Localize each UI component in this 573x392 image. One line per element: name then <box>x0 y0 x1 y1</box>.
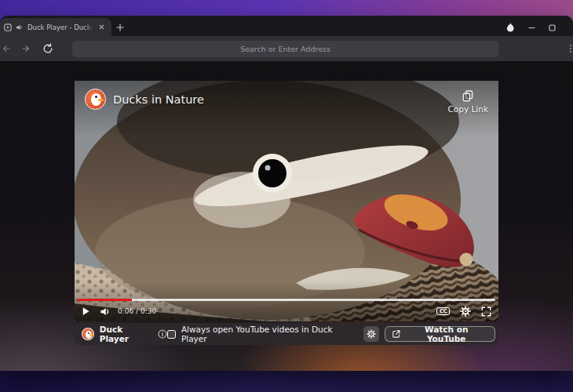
duck-player-favicon-icon <box>4 24 12 31</box>
desktop-bottom-strip <box>0 368 573 392</box>
video-title: Ducks in Nature <box>113 93 204 106</box>
play-icon <box>82 307 90 316</box>
minimize-button[interactable] <box>528 24 535 31</box>
external-link-icon <box>392 329 401 339</box>
duck-player-settings-button[interactable] <box>363 326 379 342</box>
fullscreen-button[interactable] <box>481 307 491 317</box>
settings-gear-icon <box>367 329 376 339</box>
copy-icon <box>462 89 474 102</box>
window-controls <box>506 23 573 36</box>
duck-player-app-name: Duck Player <box>100 325 154 343</box>
always-open-label: Always open YouTube videos in Duck Playe… <box>181 325 358 343</box>
back-arrow-icon <box>2 44 11 53</box>
copy-link-label: Copy Link <box>448 104 488 114</box>
reload-icon <box>42 43 53 54</box>
ddg-logo <box>85 89 106 110</box>
fire-icon <box>506 23 515 33</box>
navigation-bar <box>0 36 573 61</box>
duck-player-bar: Duck Player Always open YouTube videos i… <box>75 323 498 345</box>
back-button[interactable] <box>2 44 11 53</box>
video-player[interactable]: Ducks in Nature Copy Link <box>75 81 498 321</box>
tab-duck-player[interactable]: Duck Player - Ducks in Nature <box>0 18 111 36</box>
ddg-logo-small <box>82 328 94 340</box>
video-header-overlay: Ducks in Nature Copy Link <box>75 81 498 137</box>
fire-clear-data-button[interactable] <box>506 23 515 33</box>
desktop-background: Duck Player - Ducks in Nature <box>0 0 573 392</box>
play-button[interactable] <box>82 307 90 316</box>
volume-icon <box>100 307 111 317</box>
new-tab-button[interactable] <box>111 18 129 36</box>
time-display: 0:06 / 0:30 <box>118 307 156 315</box>
fullscreen-icon <box>481 307 491 317</box>
watch-on-youtube-label: Watch on YouTube <box>404 325 488 343</box>
gear-icon <box>460 306 471 317</box>
browser-window: Duck Player - Ducks in Nature <box>0 16 573 371</box>
always-open-checkbox[interactable] <box>167 330 176 339</box>
forward-button[interactable] <box>21 44 31 53</box>
volume-button[interactable] <box>100 307 111 317</box>
copy-link-button[interactable]: Copy Link <box>448 89 488 114</box>
tab-title: Duck Player - Ducks in Nature <box>27 24 92 31</box>
forward-arrow-icon <box>21 44 31 53</box>
tab-audio-speaker-icon <box>16 24 24 31</box>
duck-player-page: Ducks in Nature Copy Link <box>0 61 573 371</box>
player-settings-button[interactable] <box>460 306 471 317</box>
closed-captions-button[interactable]: CC <box>436 307 450 316</box>
tab-bar: Duck Player - Ducks in Nature <box>0 16 573 36</box>
video-controls-overlay: 0:06 / 0:30 CC <box>75 281 498 321</box>
reload-button[interactable] <box>42 43 53 54</box>
address-input[interactable] <box>72 41 498 57</box>
overflow-menu-icon[interactable] <box>566 44 573 53</box>
info-icon[interactable] <box>158 329 167 339</box>
maximize-button[interactable] <box>549 24 556 31</box>
tab-close-icon[interactable] <box>96 22 107 33</box>
address-bar <box>72 41 498 57</box>
watch-on-youtube-button[interactable]: Watch on YouTube <box>385 326 495 342</box>
